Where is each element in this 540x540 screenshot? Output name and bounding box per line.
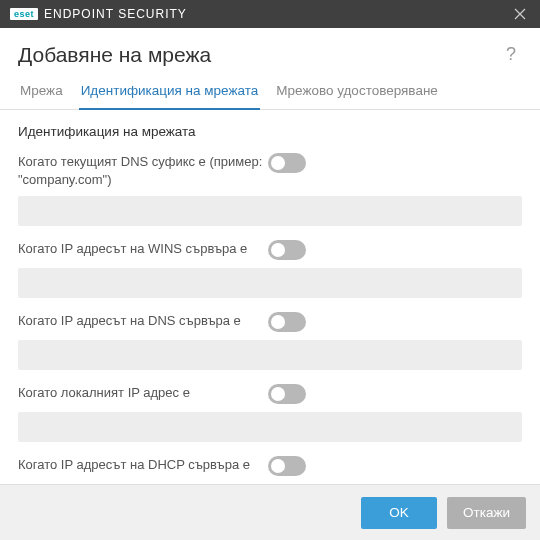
field-dns-suffix: Когато текущият DNS суфикс е (пример: "c…: [18, 153, 522, 226]
tab-bar: Мрежа Идентификация на мрежата Мрежово у…: [0, 75, 540, 110]
field-label: Когато IP адресът на WINS сървъра е: [18, 240, 268, 258]
field-label: Когато IP адресът на DHCP сървъра е: [18, 456, 268, 474]
content-pane[interactable]: Идентификация на мрежата Когато текущият…: [0, 110, 540, 484]
field-label: Когато текущият DNS суфикс е (пример: "c…: [18, 153, 268, 188]
dialog-footer: OK Откажи: [0, 484, 540, 540]
field-dns-ip: Когато IP адресът на DNS сървъра е: [18, 312, 522, 370]
toggle-dhcp-ip[interactable]: [268, 456, 306, 476]
toggle-dns-suffix[interactable]: [268, 153, 306, 173]
brand-badge: eset: [10, 8, 38, 20]
ok-button[interactable]: OK: [361, 497, 437, 529]
help-icon[interactable]: ?: [500, 40, 522, 69]
field-wins-ip: Когато IP адресът на WINS сървъра е: [18, 240, 522, 298]
dialog-header: Добавяне на мрежа ?: [0, 28, 540, 75]
input-wins-ip[interactable]: [18, 268, 522, 298]
close-icon[interactable]: [500, 0, 540, 28]
toggle-dns-ip[interactable]: [268, 312, 306, 332]
toggle-local-ip[interactable]: [268, 384, 306, 404]
field-dhcp-ip: Когато IP адресът на DHCP сървъра е: [18, 456, 522, 484]
tab-network-identification[interactable]: Идентификация на мрежата: [79, 75, 261, 110]
input-dns-ip[interactable]: [18, 340, 522, 370]
product-name: ENDPOINT SECURITY: [44, 7, 187, 21]
input-local-ip[interactable]: [18, 412, 522, 442]
cancel-button[interactable]: Откажи: [447, 497, 526, 529]
titlebar: eset ENDPOINT SECURITY: [0, 0, 540, 28]
section-title: Идентификация на мрежата: [18, 124, 522, 139]
field-local-ip: Когато локалният IP адрес е: [18, 384, 522, 442]
tab-network[interactable]: Мрежа: [18, 75, 65, 110]
toggle-wins-ip[interactable]: [268, 240, 306, 260]
page-title: Добавяне на мрежа: [18, 43, 500, 67]
input-dns-suffix[interactable]: [18, 196, 522, 226]
field-label: Когато локалният IP адрес е: [18, 384, 268, 402]
dialog-window: eset ENDPOINT SECURITY Добавяне на мрежа…: [0, 0, 540, 540]
tab-network-authentication[interactable]: Мрежово удостоверяване: [274, 75, 440, 110]
field-label: Когато IP адресът на DNS сървъра е: [18, 312, 268, 330]
